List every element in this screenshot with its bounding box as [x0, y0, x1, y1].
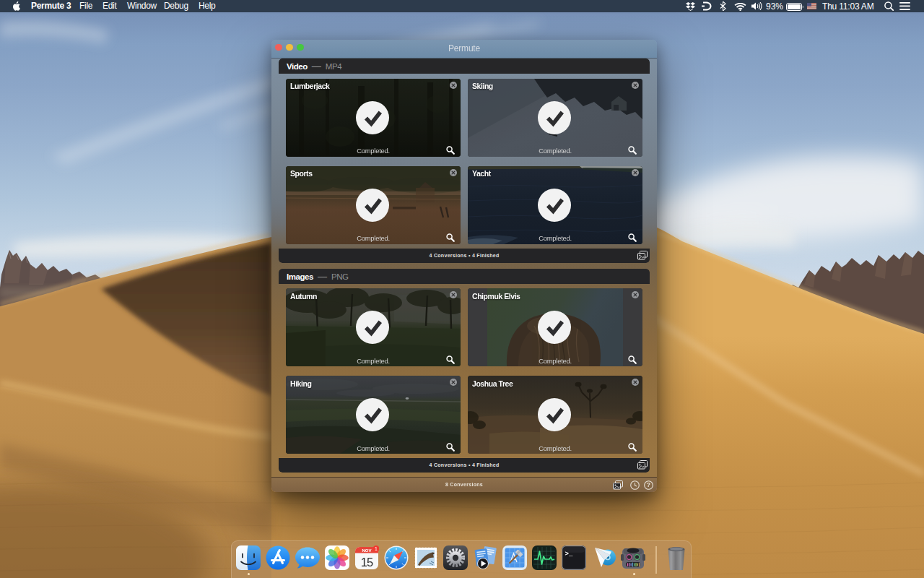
svg-text:15: 15 — [361, 556, 373, 569]
svg-text:1: 1 — [375, 546, 378, 551]
svg-text:NOV: NOV — [362, 548, 371, 553]
svg-text:>_: >_ — [565, 551, 573, 558]
svg-text:?: ? — [646, 481, 650, 488]
